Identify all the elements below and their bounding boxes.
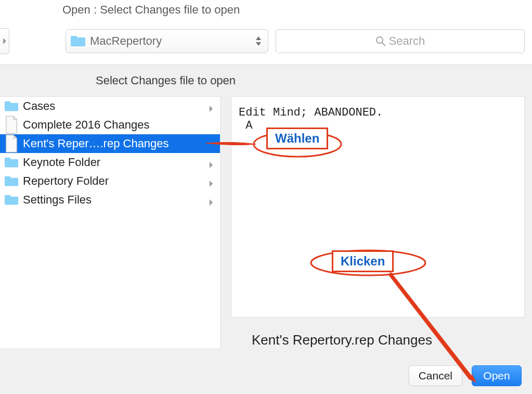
svg-rect-11 <box>5 177 18 186</box>
cancel-button[interactable]: Cancel <box>409 365 462 386</box>
search-icon <box>375 36 386 46</box>
spacer <box>209 121 215 129</box>
svg-rect-9 <box>5 159 18 167</box>
open-file-dialog: Open : Select Changes file to open MacRe… <box>0 0 532 394</box>
dialog-title: Open : Select Changes file to open <box>0 0 532 24</box>
folder-icon <box>70 35 86 47</box>
svg-rect-13 <box>5 196 18 205</box>
annotation-choose: Wählen <box>266 128 328 149</box>
list-item-label: Repertory Folder <box>23 174 204 188</box>
svg-rect-1 <box>71 37 85 46</box>
list-item-label: Cases <box>23 99 204 113</box>
dialog-content: Wählen Klicken Cases Complete 2016 Chang… <box>0 96 532 358</box>
up-down-chevron-icon <box>254 35 263 47</box>
list-item-label: Complete 2016 Changes <box>23 118 204 132</box>
svg-rect-7 <box>5 103 18 111</box>
chevron-right-icon <box>209 158 215 167</box>
dialog-button-bar: Cancel Open <box>0 358 532 394</box>
chevron-right-icon <box>209 102 215 110</box>
list-item-label: Kent's Reper….rep Changes <box>23 137 204 150</box>
search-input[interactable]: Search <box>276 29 525 53</box>
file-icon <box>4 119 19 131</box>
file-icon <box>4 137 19 150</box>
svg-line-3 <box>382 43 385 46</box>
folder-dropdown[interactable]: MacRepertory <box>66 29 268 53</box>
list-item-label: Settings Files <box>23 193 204 207</box>
list-item[interactable]: Settings Files <box>0 190 220 209</box>
chevron-right-icon <box>209 177 215 185</box>
dialog-toolbar: MacRepertory Search <box>0 24 532 65</box>
nav-forward-button[interactable] <box>0 28 9 54</box>
list-item[interactable]: Cases <box>0 97 220 116</box>
preview-filename: Kent's Repertory.rep Changes <box>231 317 525 348</box>
folder-icon <box>4 175 19 187</box>
dialog-subtitle: Select Changes file to open <box>0 65 532 96</box>
chevron-right-icon <box>2 37 7 45</box>
chevron-right-icon <box>209 196 215 204</box>
folder-icon <box>4 194 19 206</box>
folder-icon <box>4 156 19 169</box>
spacer <box>209 139 215 148</box>
open-button[interactable]: Open <box>472 365 522 386</box>
svg-point-2 <box>377 37 383 43</box>
folder-dropdown-label: MacRepertory <box>90 34 250 48</box>
list-item[interactable]: Complete 2016 Changes <box>0 116 220 134</box>
list-item[interactable]: Kent's Reper….rep Changes <box>0 134 220 153</box>
list-item-label: Keynote Folder <box>23 156 204 169</box>
search-placeholder: Search <box>389 34 425 48</box>
file-list[interactable]: Cases Complete 2016 Changes Kent's Reper… <box>0 96 220 348</box>
folder-icon <box>4 100 19 112</box>
annotation-click: Klicken <box>332 250 394 272</box>
list-item[interactable]: Repertory Folder <box>0 172 220 190</box>
list-item[interactable]: Keynote Folder <box>0 153 220 172</box>
